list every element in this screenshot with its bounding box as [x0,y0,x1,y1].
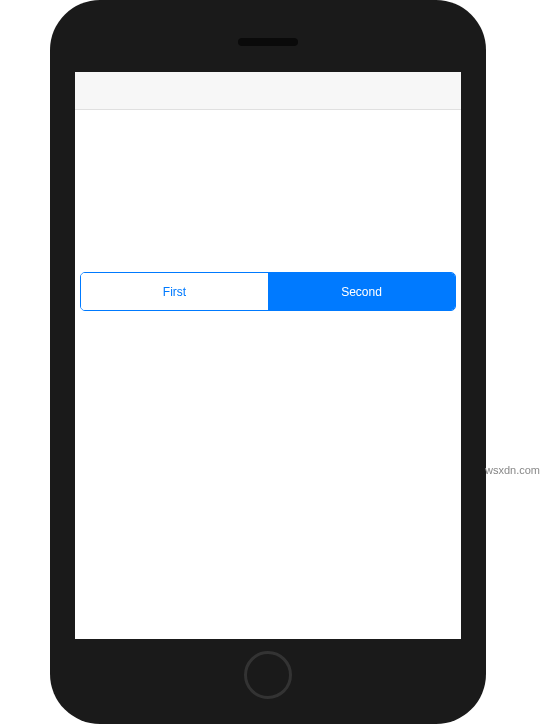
segment-label: Second [341,285,382,299]
app-screen: First Second [75,72,461,639]
segmented-control[interactable]: First Second [80,272,456,311]
phone-frame: First Second [50,0,486,724]
segment-second[interactable]: Second [268,273,455,310]
segment-label: First [163,285,186,299]
content-area: First Second [75,272,461,311]
home-button[interactable] [244,651,292,699]
phone-speaker [238,38,298,46]
watermark-text: wsxdn.com [485,464,540,476]
segment-first[interactable]: First [81,273,268,310]
navigation-bar [75,72,461,110]
phone-inner: First Second [60,10,476,714]
